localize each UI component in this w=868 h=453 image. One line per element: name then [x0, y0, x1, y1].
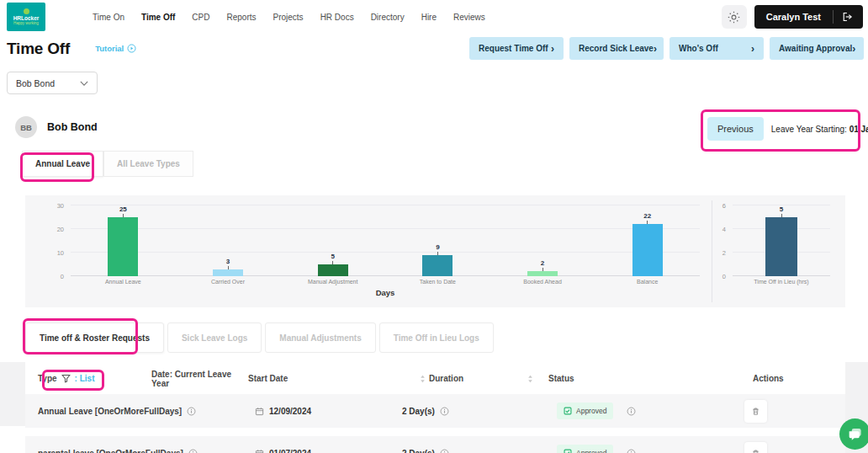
type-filter[interactable]: Type : List [38, 374, 151, 383]
info-icon[interactable] [627, 407, 636, 416]
calendar-icon [255, 449, 264, 453]
nav-item-reports[interactable]: Reports [226, 13, 256, 22]
bar-taken-to-date [422, 255, 453, 276]
nav-item-projects[interactable]: Projects [273, 13, 304, 22]
bar-value-label: 9 [436, 244, 439, 251]
tutorial-link[interactable]: Tutorial [95, 44, 136, 53]
chat-launcher-button[interactable] [839, 418, 868, 450]
bar-group-time-off-in-lieu-hrs: 5 [733, 205, 830, 276]
status-label: Approved [576, 407, 606, 415]
table-row: Annual Leave [OneOrMoreFullDays]12/09/20… [25, 394, 845, 428]
bar-manual-adjustment [318, 264, 348, 276]
type-filter-mode: : List [75, 374, 95, 383]
y-axis: 0246 [712, 205, 733, 276]
tab-manual-adjustments[interactable]: Manual Adjustments [265, 322, 375, 353]
tab-annual-leave[interactable]: Annual Leave [22, 151, 103, 177]
logo-leaf-icon [24, 8, 29, 14]
start-date-value: 01/07/2024 [269, 449, 311, 453]
nav-item-time-on[interactable]: Time On [93, 13, 124, 22]
leave-year-text: Leave Year Starting: 01 Jan 2024 [771, 125, 868, 134]
requests-table: Type : List Date: Current Leave Year Sta… [25, 365, 845, 453]
previous-button[interactable]: Previous [707, 117, 764, 141]
chevron-down-icon [80, 81, 88, 86]
y-tick-label: 6 [722, 203, 726, 209]
user-name-button[interactable]: Caralyn Test [754, 12, 833, 22]
header-right: Caralyn Test [722, 5, 863, 29]
trash-button[interactable] [744, 442, 767, 453]
log-tabs: Time off & Roster RequestsSick Leave Log… [25, 322, 868, 353]
x-axis-label: Days [71, 288, 700, 297]
chevron-right-icon: › [654, 45, 657, 53]
settings-button[interactable] [722, 5, 747, 29]
duration-cell: 2 Day(s) [402, 407, 548, 416]
tab-sick-leave-logs[interactable]: Sick Leave Logs [167, 322, 262, 353]
action-button-record-sick-leave[interactable]: Record Sick Leave› [569, 37, 664, 60]
action-button-label: Awaiting Approval [779, 44, 852, 53]
column-header-actions: Actions [753, 374, 833, 383]
chevron-right-icon: › [551, 45, 554, 53]
check-icon [564, 407, 572, 415]
nav-item-time-off[interactable]: Time Off [141, 13, 175, 22]
calendar-icon [255, 407, 264, 416]
lieu-hours-chart: 0246 5 Time Off in Lieu (hrs) [712, 195, 845, 307]
action-button-who-s-off[interactable]: Who's Off› [670, 37, 764, 60]
bar-time-off-in-lieu-hrs [765, 217, 797, 276]
action-button-label: Record Sick Leave [579, 44, 654, 53]
category-labels: Annual LeaveCarried OverManual Adjustmen… [71, 279, 700, 285]
play-icon [127, 44, 136, 53]
tab-all-leave-types[interactable]: All Leave Types [103, 151, 193, 177]
nav-item-cpd[interactable]: CPD [192, 13, 209, 22]
plot-area: 25359222 [71, 205, 700, 276]
column-header-start-date[interactable]: Start Date [248, 374, 429, 383]
action-button-awaiting-approval[interactable]: Awaiting Approval› [770, 37, 864, 60]
logout-button[interactable] [834, 5, 863, 29]
page-gutter [0, 362, 25, 426]
nav-item-hr-docs[interactable]: HR Docs [320, 13, 354, 22]
category-label: Annual Leave [71, 279, 176, 285]
quick-actions: Request Time Off›Record Sick Leave›Who's… [469, 37, 864, 60]
status-label: Approved [576, 449, 606, 453]
action-button-label: Request Time Off [479, 44, 548, 53]
info-icon[interactable] [627, 449, 636, 453]
y-tick-label: 0 [61, 274, 64, 280]
avatar: BB [15, 116, 37, 138]
employee-name: Bob Bond [47, 121, 98, 133]
info-icon[interactable] [440, 407, 449, 416]
column-header-duration[interactable]: Duration [429, 374, 548, 383]
info-icon[interactable] [188, 449, 198, 453]
y-tick-label: 4 [722, 226, 726, 232]
employee-selector-row: Bob Bond [0, 60, 868, 94]
tab-time-off-in-lieu-logs[interactable]: Time Off in Lieu Logs [379, 322, 494, 353]
type-filter-label: Type [38, 374, 57, 383]
status-cell: Approved [557, 445, 753, 453]
leave-type-label: parental leave [OneOrMoreFullDays] [38, 449, 183, 453]
y-tick-label: 10 [57, 250, 64, 256]
leave-type-tabs: Annual LeaveAll Leave Types [22, 151, 868, 177]
trash-button[interactable] [744, 400, 767, 423]
employee-dropdown[interactable]: Bob Bond [7, 72, 98, 94]
info-icon[interactable] [440, 449, 449, 453]
column-header-date: Date: Current Leave Year [151, 370, 248, 388]
leave-summary-chart: 0102030 25359222 Annual LeaveCarried Ove… [25, 195, 712, 307]
tab-time-off-roster-requests[interactable]: Time off & Roster Requests [25, 322, 164, 353]
nav-item-directory[interactable]: Directory [371, 13, 405, 22]
hrlocker-logo[interactable]: HRLocker Happy working [7, 3, 45, 31]
bar-value-label: 2 [541, 260, 544, 267]
action-button-request-time-off[interactable]: Request Time Off› [469, 37, 564, 60]
bar-group-booked-ahead: 2 [490, 205, 595, 276]
nav-item-reviews[interactable]: Reviews [453, 13, 485, 22]
tutorial-label: Tutorial [95, 44, 124, 53]
table-row: parental leave [OneOrMoreFullDays]01/07/… [25, 436, 845, 453]
table-body: Annual Leave [OneOrMoreFullDays]12/09/20… [25, 394, 845, 453]
bar-group-annual-leave: 25 [71, 205, 176, 276]
info-icon[interactable] [187, 407, 196, 416]
nav-item-hire[interactable]: Hire [421, 13, 437, 22]
category-label: Balance [595, 279, 700, 285]
leave-year-label: Leave Year Starting: [771, 125, 847, 134]
category-labels: Time Off in Lieu (hrs) [733, 279, 830, 285]
chevron-right-icon: › [852, 45, 855, 53]
status-cell: Approved [557, 402, 753, 419]
action-button-label: Who's Off [679, 44, 718, 53]
chevron-right-icon: › [751, 45, 754, 53]
category-label: Carried Over [176, 279, 281, 285]
